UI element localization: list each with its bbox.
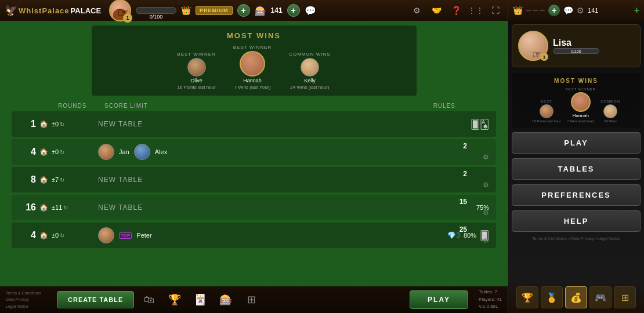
right-tables-btn[interactable]: TABLES (512, 158, 641, 180)
friends-icon[interactable]: 🤝 (429, 3, 444, 18)
add-coins-btn[interactable]: + (287, 4, 300, 17)
th-score: SCORE LIMIT (104, 103, 162, 109)
right-add-friend-btn[interactable]: + (548, 5, 560, 16)
grid-icon[interactable]: ⊞ (241, 289, 262, 310)
right-most-wins: MOST WINS BEST 16 Points last hour BEST … (512, 73, 641, 128)
create-table-button[interactable]: CREATE TABLE (57, 291, 134, 308)
chips-icon[interactable]: 🎰 (215, 289, 236, 310)
add-premium-btn[interactable]: + (237, 4, 250, 17)
right-gear-icon[interactable]: ⚙ (577, 6, 584, 15)
winner-center-label: BEST WINNER (233, 45, 272, 50)
card-icon[interactable]: 🃏 (190, 289, 211, 310)
right-username: — — — (526, 8, 545, 13)
rb-grid-icon[interactable]: ⊞ (614, 286, 636, 308)
logo-palace: PALACE (71, 6, 101, 15)
table-row[interactable]: 4 🏠 ±0 ↻ Jan Alex 2 ⚙ (12, 139, 496, 165)
rb-trophy-icon[interactable]: 🏆 (516, 286, 538, 308)
table-row[interactable]: 1 🏠 ±0 ↻ NEW TABLE 🂠🂡 (12, 111, 496, 137)
rb-medal-icon[interactable]: 🏅 (541, 286, 563, 308)
right-winners-row: BEST 16 Points last hour BEST WINNER Han… (516, 88, 636, 123)
tr-players-5: TOP Peter (92, 227, 447, 243)
table-row[interactable]: 8 🏠 ±7 ↻ NEW TABLE 2 ⚙ (12, 167, 496, 192)
right-player-name: Lisa (553, 38, 599, 48)
tr-players-count-5: 25 (460, 225, 467, 234)
right-winner-center: BEST WINNER Hannah 7 Wins (last hour) (566, 88, 596, 123)
xp-text: 0/100 (150, 14, 163, 20)
tr-players-4: NEW TABLE (92, 203, 476, 212)
trophy-icon[interactable]: 🏆 (164, 289, 185, 310)
tr-gear-3[interactable]: ⚙ (483, 181, 489, 189)
most-wins-title: MOST WINS (227, 31, 281, 40)
version: V.1.0.891 (479, 304, 498, 309)
winner-left-avatar (187, 58, 206, 77)
tr-players-count-3: 2 (463, 170, 467, 178)
tr-rounds-2: 4 (19, 147, 36, 157)
left-panel: 🦅 WhistPalace PALACE 1 ☞ 0/100 👑 PREMIUM… (0, 0, 508, 313)
winner-left-stat: 16 Points last hour (177, 85, 215, 90)
level-badge: 1 (123, 13, 132, 23)
tr-gear-2[interactable]: ⚙ (483, 153, 489, 161)
tr-players-3: NEW TABLE (92, 176, 489, 184)
winner-left: BEST WINNER Olive 16 Points last hour (177, 52, 215, 90)
tables-list: 1 🏠 ±0 ↻ NEW TABLE 🂠🂡 4 🏠 ±0 ↻ Jan Alex … (0, 111, 508, 286)
menu-icon[interactable]: ⋮⋮ (468, 3, 483, 18)
help-icon[interactable]: ❓ (448, 3, 464, 18)
logo: 🦅 WhistPalace PALACE (5, 4, 101, 17)
right-footer-text: Terms & Conditions • Data Privacy • Lega… (532, 236, 620, 241)
right-footer: Terms & Conditions • Data Privacy • Lega… (508, 236, 644, 241)
tr-icon-4: 🏠 (39, 203, 48, 212)
top-nav: 🦅 WhistPalace PALACE 1 ☞ 0/100 👑 PREMIUM… (0, 0, 508, 21)
fullscreen-icon[interactable]: ⛶ (488, 3, 503, 18)
winner-center-stat: 7 Wins (last hour) (234, 85, 271, 90)
right-winner-right: COMMON 24 Wins (600, 100, 620, 123)
right-winner-right-label: COMMON (600, 100, 620, 103)
th-rounds: ROUNDS (58, 103, 104, 109)
winner-left-name: Olive (190, 78, 202, 83)
tr-gear-5[interactable]: ⚙ (483, 236, 489, 245)
right-help-btn[interactable]: HELP (512, 210, 641, 232)
th-rules: RULES (433, 103, 473, 109)
bag-icon[interactable]: 🛍 (139, 289, 160, 310)
tr-player-avatar-peter (98, 227, 114, 243)
right-play-btn[interactable]: PLAY (512, 132, 641, 154)
tr-player-name-jan: Jan (119, 148, 129, 155)
right-winner-right-stat: 24 Wins (604, 119, 617, 123)
play-button[interactable]: PLAY (410, 290, 468, 309)
right-chat-icon[interactable]: 💬 (563, 6, 573, 15)
right-plus-btn[interactable]: + (634, 5, 639, 16)
right-xp-bar: 0/100 (553, 48, 599, 54)
right-winner-left-avatar (540, 104, 553, 118)
terms-link[interactable]: Terms & Conditions (6, 290, 52, 296)
rb-game-icon[interactable]: 🎮 (589, 286, 612, 308)
tr-players-count-4: 15 (460, 198, 467, 206)
tr-rounds-4: 16 (19, 202, 36, 213)
tr-score-3: ±7 ↻ (52, 176, 92, 183)
right-winner-center-stat: 7 Wins (last hour) (567, 119, 594, 123)
table-row[interactable]: 4 🏠 ±0 ↻ TOP Peter 💎3 80% 🂠 25 ⚙ (12, 223, 496, 248)
tr-players-2: Jan Alex (92, 144, 489, 160)
tr-player-name-peter: Peter (136, 232, 151, 239)
tr-rounds-3: 8 (19, 174, 36, 185)
tr-player-avatar-jan (98, 144, 114, 160)
premium-badge[interactable]: PREMIUM (196, 6, 233, 15)
right-winner-left-stat: 16 Points last hour (532, 119, 561, 123)
blue-gem-5: 💎3 (447, 231, 460, 239)
settings-icon[interactable]: ⚙ (409, 3, 424, 18)
rb-coin-icon[interactable]: 💰 (565, 286, 587, 308)
chat-icon[interactable]: 💬 (305, 5, 316, 16)
winner-left-label: BEST WINNER (177, 52, 215, 57)
privacy-link[interactable]: Data Privacy (6, 296, 52, 303)
right-profile-info: Lisa 0/100 (553, 38, 599, 54)
tr-rounds-5: 4 (19, 230, 36, 241)
right-winner-right-avatar (603, 104, 617, 118)
crown-icon: 👑 (181, 6, 191, 15)
right-preferences-btn[interactable]: PREFERENCES (512, 184, 641, 206)
legal-link[interactable]: Legal Notice (6, 303, 52, 310)
tr-gear-4[interactable]: ⚙ (483, 209, 489, 217)
table-row[interactable]: 16 🏠 ±11 ↻ NEW TABLE 75% 15 ⚙ (12, 195, 496, 220)
right-winner-left-label: BEST (541, 100, 552, 103)
xp-bar-wrapper: 0/100 (136, 7, 176, 14)
tr-player-name-alex: Alex (155, 148, 167, 155)
right-username-area: — — — (526, 8, 545, 13)
right-profile-card: 1 ☞ Lisa 0/100 (512, 24, 641, 67)
